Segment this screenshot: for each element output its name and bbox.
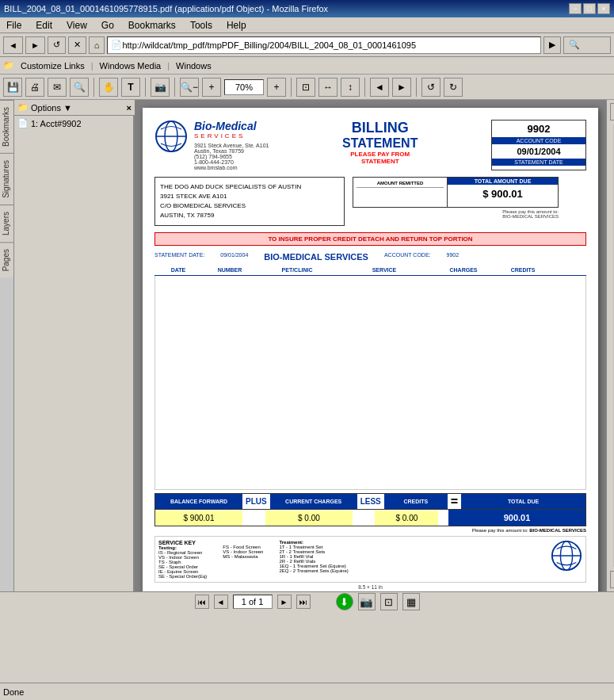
company-name2: SERVICES xyxy=(194,132,269,140)
signatures-tab[interactable]: Signatures xyxy=(0,153,13,205)
bookmark-item-1[interactable]: 📄 1: Acct#9902 xyxy=(14,116,135,131)
stop-button[interactable]: ✕ xyxy=(68,36,86,54)
pdf-search-button[interactable]: 🔍 xyxy=(70,78,89,97)
first-page-btn[interactable]: ⏮ xyxy=(195,595,209,609)
close-button[interactable]: × xyxy=(597,3,610,14)
menu-edit[interactable]: Edit xyxy=(32,19,55,32)
menu-bookmarks[interactable]: Bookmarks xyxy=(125,19,179,32)
nav-fullscreen-btn[interactable]: ⊡ xyxy=(380,593,398,610)
statement-date-label: STATEMENT DATE xyxy=(492,159,585,166)
customize-links[interactable]: Customize Links xyxy=(21,61,85,71)
plus-operator: PLUS xyxy=(242,497,270,506)
current-charges-label: CURRENT CHARGES xyxy=(270,494,357,509)
fit-width-button[interactable]: ↔ xyxy=(318,78,338,97)
next-page-toolbar[interactable]: ► xyxy=(392,78,411,97)
pay-note: Please pay this amount to: BIO-MEDICAL S… xyxy=(353,209,559,219)
options-label: Options xyxy=(31,103,61,113)
menu-view[interactable]: View xyxy=(63,19,90,32)
page-number-display[interactable]: 1 of 1 xyxy=(233,595,273,609)
window-title: BILL_2004_08_01_0001461095778915.pdf (ap… xyxy=(4,4,328,13)
last-page-btn[interactable]: ⏭ xyxy=(296,595,311,609)
sk-2eq: 2EQ - 2 Treatment Sets (Equine) xyxy=(279,568,348,573)
hand-tool-button[interactable]: ✋ xyxy=(99,78,118,97)
pages-tab[interactable]: Pages xyxy=(0,242,13,277)
amount-remitted-input[interactable] xyxy=(357,188,444,204)
menu-bar: File Edit View Go Bookmarks Tools Help xyxy=(0,17,614,33)
scroll-down-btn[interactable]: ▼ xyxy=(610,571,615,588)
billing-title: BILLING STATEMENT PLEASE PAY FROM STATEM… xyxy=(269,120,491,170)
pdf-viewer-area: Bio-Medical SERVICES 3921 Steck Avenue, … xyxy=(135,100,614,591)
search-button[interactable]: 🔍 xyxy=(563,36,611,54)
menu-help[interactable]: Help xyxy=(223,19,250,32)
windows-media-link[interactable]: Windows Media xyxy=(100,61,162,71)
layers-tab[interactable]: Layers xyxy=(0,205,13,242)
fit-page-button[interactable]: ⊡ xyxy=(296,78,315,97)
zoom-level[interactable]: 70% xyxy=(224,79,264,95)
page-icon: 📄 xyxy=(111,40,122,50)
rotate-right[interactable]: ↻ xyxy=(444,78,463,97)
pdf-sep2 xyxy=(145,78,146,97)
bookmark-icon: 📄 xyxy=(17,118,29,128)
pdf-viewport[interactable]: Bio-Medical SERVICES 3921 Steck Avenue, … xyxy=(135,100,606,591)
zoom-in-button[interactable]: + xyxy=(202,78,221,97)
nav-camera-btn[interactable]: 📷 xyxy=(358,593,376,610)
rotate-left[interactable]: ↺ xyxy=(421,78,440,97)
total-amount-label: TOTAL AMOUNT DUE xyxy=(448,178,558,185)
main-content: Bookmarks Signatures Layers Pages 📁 Opti… xyxy=(0,100,614,591)
fit-height-button[interactable]: ↕ xyxy=(341,78,360,97)
prev-page-btn[interactable]: ◄ xyxy=(214,595,228,609)
pdf-sep3 xyxy=(174,78,175,97)
url-bar[interactable]: 📄 http://wildcat/tmp_pdf/tmpPDF_Billing/… xyxy=(107,36,541,54)
home-button[interactable]: ⌂ xyxy=(89,36,105,54)
scroll-up-btn[interactable]: ▲ xyxy=(610,103,615,120)
url-text: http://wildcat/tmp_pdf/tmpPDF_Billing/20… xyxy=(122,40,416,50)
account-code-label: ACCOUNT CODE xyxy=(492,137,585,144)
detach-bar: TO INSURE PROPER CREDIT DETACH AND RETUR… xyxy=(154,232,586,246)
current-charges-value: $ 0.00 xyxy=(265,511,353,526)
bookmark-label: 1: Acct#9902 xyxy=(31,119,82,128)
company-name-section: Bio-Medical SERVICES 3921 Steck Avenue, … xyxy=(194,120,269,170)
account-number: 9902 xyxy=(492,120,585,137)
bookmarks-tab[interactable]: Bookmarks xyxy=(0,100,13,153)
prev-page-toolbar[interactable]: ◄ xyxy=(370,78,389,97)
company-name: Bio-Medical xyxy=(194,120,269,132)
zoom-box-plus[interactable]: + xyxy=(267,78,286,97)
sk-se2: SE - Special Order(Eq) xyxy=(158,574,207,579)
pdf-print-button[interactable]: 🖨 xyxy=(25,78,44,97)
less-operator: LESS xyxy=(357,497,384,506)
minimize-button[interactable]: − xyxy=(569,3,582,14)
back-button[interactable]: ◄ xyxy=(3,36,23,54)
billing-subtitle2: STATEMENT xyxy=(276,158,483,165)
menu-file[interactable]: File xyxy=(3,19,25,32)
totals-row: BALANCE FORWARD PLUS CURRENT CHARGES LES… xyxy=(154,493,586,510)
bio-medical-logo-bottom xyxy=(551,540,582,579)
bill-header: Bio-Medical SERVICES 3921 Steck Avenue, … xyxy=(154,120,586,170)
table-header: DATE NUMBER PET/CLINIC SERVICE CHARGES C… xyxy=(154,265,586,276)
text-tool-button[interactable]: T xyxy=(121,78,140,97)
options-button[interactable]: 📁 Options ▼ xyxy=(17,102,72,113)
company-name-main: BIO-MEDICAL SERVICES xyxy=(264,252,368,262)
menu-go[interactable]: Go xyxy=(98,19,117,32)
pdf-nav-bar: ⏮ ◄ 1 of 1 ► ⏭ ⬇ 📷 ⊡ ▦ xyxy=(0,591,614,611)
total-due-label: TOTAL DUE xyxy=(461,494,585,509)
balance-forward-label: BALANCE FORWARD xyxy=(155,494,242,509)
reload-button[interactable]: ↺ xyxy=(48,36,66,54)
nav-download-btn[interactable]: ⬇ xyxy=(336,593,353,610)
col-number: NUMBER xyxy=(202,266,257,273)
stmt-date-label-small: STATEMENT DATE: xyxy=(154,252,204,262)
nav-grid-btn[interactable]: ▦ xyxy=(402,593,420,610)
zoom-out-button[interactable]: 🔍− xyxy=(180,78,199,97)
col-service: SERVICE xyxy=(337,266,432,273)
go-button[interactable]: ▶ xyxy=(543,36,561,54)
windows-link[interactable]: Windows xyxy=(176,61,212,71)
service-key-right: Treatment: 1T - 1 Treatment Set 2T - 2 T… xyxy=(279,540,348,579)
maximize-button[interactable]: □ xyxy=(583,3,596,14)
next-page-btn[interactable]: ► xyxy=(277,595,292,609)
pdf-save-button[interactable]: 💾 xyxy=(3,78,22,97)
camera-button[interactable]: 📷 xyxy=(151,78,170,97)
forward-button[interactable]: ► xyxy=(25,36,45,54)
sidebar-close-button[interactable]: × xyxy=(127,103,132,113)
pdf-email-button[interactable]: ✉ xyxy=(48,78,67,97)
table-body xyxy=(154,276,586,490)
menu-tools[interactable]: Tools xyxy=(187,19,215,32)
